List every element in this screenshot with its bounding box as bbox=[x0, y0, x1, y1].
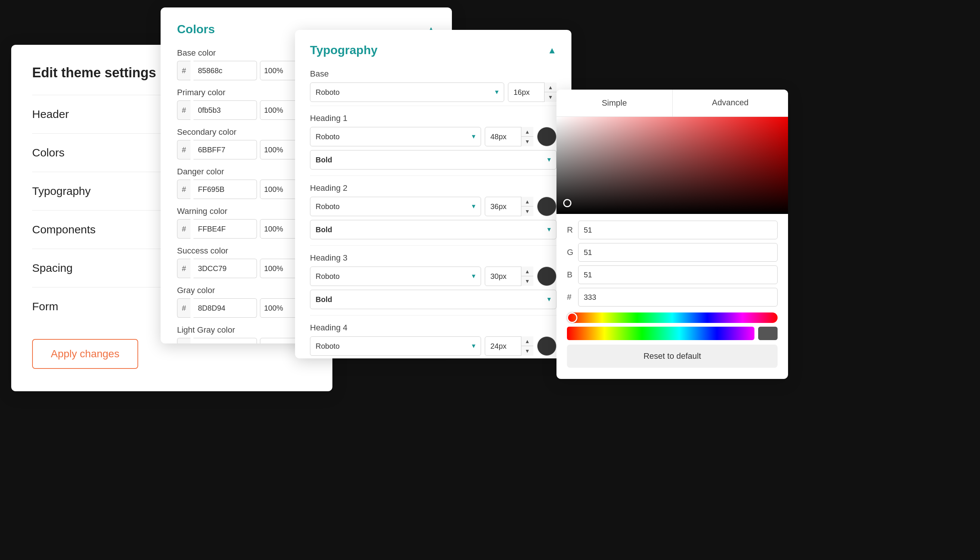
size-spinner-1: ▲ ▼ bbox=[521, 127, 533, 147]
color-hex-input-3[interactable] bbox=[194, 180, 257, 199]
opacity-value-4: 100% bbox=[260, 225, 296, 233]
font-select-wrap-3: RobotoOpen SansLatoMontserratOswald ▼ bbox=[310, 267, 481, 286]
size-spinner-0: ▲ ▼ bbox=[544, 83, 556, 102]
hash-symbol-5: # bbox=[177, 259, 190, 278]
size-input-wrap-4: ▲ ▼ bbox=[485, 337, 533, 356]
spectrum-thumb bbox=[567, 312, 578, 323]
sidebar-item-label: Colors bbox=[32, 147, 65, 159]
typo-font-row-0: RobotoOpen SansLatoMontserratOswald ▼ ▲ … bbox=[310, 83, 556, 102]
font-select-wrap-4: RobotoOpen SansLatoMontserratOswald ▼ bbox=[310, 337, 481, 356]
sidebar-item-label: Typography bbox=[32, 185, 91, 197]
typo-font-row-2: RobotoOpen SansLatoMontserratOswald ▼ ▲ … bbox=[310, 197, 556, 216]
color-hex-input-6[interactable] bbox=[194, 298, 257, 318]
dark-swatch[interactable] bbox=[758, 327, 778, 340]
typo-section-label-4: Heading 4 bbox=[310, 323, 556, 333]
typo-section-label-0: Base bbox=[310, 69, 556, 79]
typo-section-3: Heading 3 RobotoOpen SansLatoMontserratO… bbox=[310, 245, 556, 309]
weight-select-1[interactable]: ThinLightRegularMediumBoldExtraBold bbox=[310, 150, 556, 170]
color-hex-input-0[interactable] bbox=[194, 61, 257, 80]
g-row: G bbox=[567, 243, 778, 262]
opacity-value-6: 100% bbox=[260, 304, 296, 312]
font-select-2[interactable]: RobotoOpen SansLatoMontserratOswald bbox=[310, 197, 481, 216]
typography-collapse-icon[interactable]: ▲ bbox=[548, 45, 556, 56]
font-select-3[interactable]: RobotoOpen SansLatoMontserratOswald bbox=[310, 267, 481, 286]
size-up-4[interactable]: ▲ bbox=[521, 337, 533, 346]
color-hex-input-1[interactable] bbox=[194, 100, 257, 120]
font-select-0[interactable]: RobotoOpen SansLatoMontserratOswald bbox=[310, 83, 504, 102]
hash-symbol-3: # bbox=[177, 180, 190, 199]
r-label: R bbox=[567, 225, 578, 235]
size-up-0[interactable]: ▲ bbox=[544, 83, 556, 92]
weight-select-2[interactable]: ThinLightRegularMediumBoldExtraBold bbox=[310, 220, 556, 239]
edit-theme-title: Edit theme settings bbox=[32, 65, 156, 81]
typo-color-dot-3[interactable] bbox=[537, 267, 556, 286]
sidebar-item-label: Components bbox=[32, 223, 95, 236]
size-down-2[interactable]: ▼ bbox=[521, 207, 533, 216]
weight-select-wrap-1: ThinLightRegularMediumBoldExtraBold ▼ bbox=[310, 150, 556, 170]
picker-circle bbox=[563, 199, 571, 207]
hash-symbol-6: # bbox=[177, 298, 190, 318]
hash-symbol-2: # bbox=[177, 140, 190, 159]
size-down-1[interactable]: ▼ bbox=[521, 137, 533, 147]
reset-to-default-button[interactable]: Reset to default bbox=[567, 345, 778, 368]
opacity-value-2: 100% bbox=[260, 146, 296, 154]
size-up-2[interactable]: ▲ bbox=[521, 197, 533, 207]
typo-divider-4 bbox=[310, 315, 556, 315]
hex-input[interactable] bbox=[578, 288, 778, 307]
weight-select-3[interactable]: ThinLightRegularMediumBoldExtraBold bbox=[310, 290, 556, 309]
font-select-wrap-2: RobotoOpen SansLatoMontserratOswald ▼ bbox=[310, 197, 481, 216]
r-row: R bbox=[567, 221, 778, 239]
color-hex-input-2[interactable] bbox=[194, 140, 257, 159]
g-label: G bbox=[567, 248, 578, 257]
hash-symbol-4: # bbox=[177, 219, 190, 238]
typo-color-dot-1[interactable] bbox=[537, 127, 556, 147]
color-hex-input-4[interactable] bbox=[194, 219, 257, 238]
font-select-wrap-0: RobotoOpen SansLatoMontserratOswald ▼ bbox=[310, 83, 504, 102]
weight-select-wrap-2: ThinLightRegularMediumBoldExtraBold ▼ bbox=[310, 220, 556, 239]
hash-symbol-0: # bbox=[177, 61, 190, 80]
color-hex-input-7[interactable] bbox=[194, 338, 257, 343]
font-select-4[interactable]: RobotoOpen SansLatoMontserratOswald bbox=[310, 337, 481, 356]
size-input-wrap-2: ▲ ▼ bbox=[485, 197, 533, 216]
apply-changes-button[interactable]: Apply changes bbox=[32, 339, 138, 369]
size-up-3[interactable]: ▲ bbox=[521, 267, 533, 276]
typo-section-label-3: Heading 3 bbox=[310, 253, 556, 263]
typo-color-dot-4[interactable] bbox=[537, 337, 556, 356]
gradient-canvas-inner bbox=[556, 117, 788, 214]
hex-label: # bbox=[567, 292, 578, 302]
color-hex-input-5[interactable] bbox=[194, 259, 257, 278]
size-input-wrap-3: ▲ ▼ bbox=[485, 267, 533, 286]
colors-panel-title: Colors bbox=[177, 22, 215, 36]
rainbow-swatch[interactable] bbox=[567, 327, 755, 340]
r-input[interactable] bbox=[578, 221, 778, 239]
tab-simple[interactable]: Simple bbox=[556, 90, 672, 117]
color-swatches bbox=[556, 327, 788, 340]
gradient-canvas[interactable] bbox=[556, 117, 788, 214]
size-spinner-4: ▲ ▼ bbox=[521, 337, 533, 356]
opacity-value-0: 100% bbox=[260, 67, 296, 75]
opacity-value-7: 100% bbox=[260, 343, 296, 344]
b-input[interactable] bbox=[578, 265, 778, 284]
sidebar-item-label: Header bbox=[32, 108, 69, 121]
sidebar-item-label: Form bbox=[32, 300, 58, 313]
tab-advanced[interactable]: Advanced bbox=[673, 90, 788, 117]
typo-section-2: Heading 2 RobotoOpen SansLatoMontserratO… bbox=[310, 175, 556, 239]
typo-font-row-3: RobotoOpen SansLatoMontserratOswald ▼ ▲ … bbox=[310, 267, 556, 286]
typo-color-dot-2[interactable] bbox=[537, 197, 556, 216]
size-down-3[interactable]: ▼ bbox=[521, 276, 533, 286]
spectrum-bar[interactable] bbox=[567, 312, 778, 323]
typo-section-0: Base RobotoOpen SansLatoMontserratOswald… bbox=[310, 69, 556, 102]
hash-symbol-1: # bbox=[177, 100, 190, 120]
font-select-wrap-1: RobotoOpen SansLatoMontserratOswald ▼ bbox=[310, 127, 481, 147]
hash-symbol-7: # bbox=[177, 338, 190, 343]
size-up-1[interactable]: ▲ bbox=[521, 127, 533, 137]
typo-section-4: Heading 4 RobotoOpen SansLatoMontserratO… bbox=[310, 315, 556, 358]
size-down-0[interactable]: ▼ bbox=[544, 92, 556, 102]
font-select-1[interactable]: RobotoOpen SansLatoMontserratOswald bbox=[310, 127, 481, 147]
size-spinner-3: ▲ ▼ bbox=[521, 267, 533, 286]
g-input[interactable] bbox=[578, 243, 778, 262]
color-picker-panel: Simple Advanced R G B # Reset to default bbox=[556, 90, 788, 379]
typography-panel-title: Typography bbox=[310, 43, 377, 57]
size-down-4[interactable]: ▼ bbox=[521, 346, 533, 356]
sidebar-item-label: Spacing bbox=[32, 262, 72, 274]
